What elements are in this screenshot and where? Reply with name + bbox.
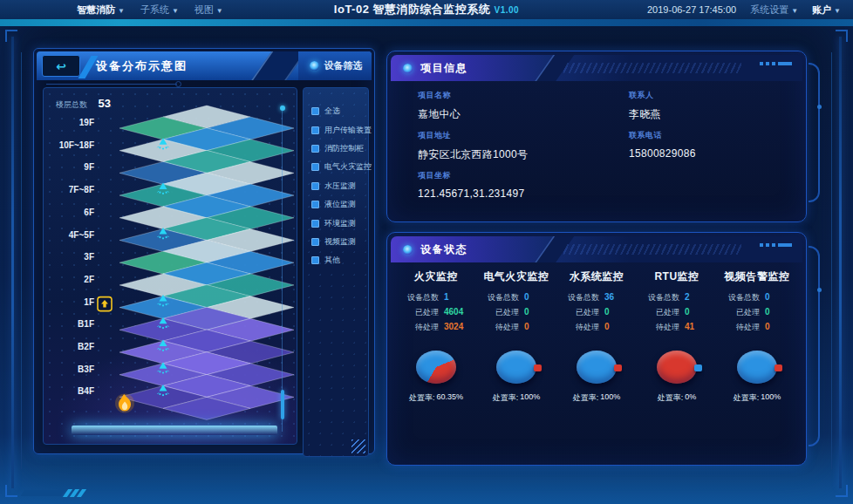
device-status-header: 设备状态: [391, 236, 802, 262]
chevron-down-icon: ▼: [791, 7, 798, 15]
building-scrollbar[interactable]: [282, 107, 283, 432]
corner-hatch-decoration: [351, 439, 365, 453]
checkbox-icon: [311, 182, 319, 190]
right-frame-line-inner: [831, 52, 832, 469]
panel-title: 设备状态: [420, 242, 467, 257]
top-bar: 智慧消防▼ 子系统▼ 视图▼ IoT-02 智慧消防综合监控系统V1.00 20…: [0, 0, 853, 19]
checkbox-icon: [311, 145, 319, 153]
filter-checkbox-fire-control-cabinet[interactable]: 消防控制柜: [311, 140, 368, 158]
datetime-label: 2019-06-27 17:45:00: [647, 4, 736, 15]
left-frame-line: [11, 37, 14, 488]
status-col-electrical-fire: 电气火灾监控 设备总数0 已处理0 待处理0 处置率:100%: [476, 269, 556, 404]
device-status-grid: 火灾监控 设备总数1 已处理4604 待处理3024 处置率:60.35% 电气…: [396, 269, 797, 404]
rate-value: 100%: [761, 392, 781, 404]
floor-label: B3F: [78, 364, 94, 374]
checkbox-icon: [311, 107, 319, 115]
status-col-video-alarm: 视频告警监控 设备总数0 已处理0 待处理0 处置率:100%: [717, 269, 797, 404]
filter-checkbox-other[interactable]: 其他: [311, 251, 368, 269]
status-col-rtu: RTU监控 设备总数2 已处理0 待处理41 处置率:0%: [637, 269, 717, 404]
device-filter-tab[interactable]: 设备筛选: [298, 51, 372, 80]
handled-value: 0: [685, 308, 711, 317]
total-value: 0: [524, 293, 550, 302]
floor-label: 1F: [84, 297, 94, 307]
nav-system-settings[interactable]: 系统设置▼: [750, 3, 798, 17]
device-filter-panel: 全选 用户传输装置 消防控制柜 电气火灾监控 水压监测 液位监测 环境监测 视频…: [303, 87, 369, 457]
floor-label: 9F: [84, 162, 94, 172]
disposal-rate-pie: [737, 351, 777, 384]
status-col-fire-monitoring: 火灾监控 设备总数1 已处理4604 待处理3024 处置率:60.35%: [396, 269, 476, 404]
back-icon: ↩: [56, 60, 66, 72]
left-frame-line-inner: [21, 52, 22, 469]
device-distribution-panel: ↩ 设备分布示意图 设备筛选 楼层总数 53 19F10F~18F9F7F~8F…: [33, 48, 375, 454]
scrollbar-thumb[interactable]: [281, 390, 284, 419]
checkbox-icon: [311, 238, 319, 246]
filter-checkbox-water-pressure[interactable]: 水压监测: [311, 177, 368, 195]
total-value: 36: [604, 293, 631, 302]
building-floor-stack: 19F10F~18F9F7F~8F6F4F~5F3F2F1FB1FB2FB3FB…: [44, 88, 297, 445]
frame-corner: [836, 485, 848, 497]
device-status-panel: 设备状态 火灾监控 设备总数1 已处理4604 待处理3024 处置率:60.3…: [386, 232, 807, 466]
glow-dot-icon: [310, 61, 319, 71]
panel-title: 设备分布示意图: [96, 51, 188, 80]
floor-label: B4F: [78, 386, 94, 396]
project-info-header: 项目信息: [391, 55, 802, 81]
dashboard-screen: 智慧消防▼ 子系统▼ 视图▼ IoT-02 智慧消防综合监控系统V1.00 20…: [0, 0, 853, 504]
top-right-menus: 2019-06-27 17:45:00 系统设置▼ 账户▼: [647, 3, 841, 17]
rate-value: 100%: [600, 392, 620, 404]
checkbox-icon: [311, 220, 319, 228]
filter-checkbox-user-transmission[interactable]: 用户传输装置: [311, 120, 368, 139]
header-accent-strip: [0, 19, 853, 26]
disposal-rate-pie: [577, 351, 617, 384]
field-contact-person: 联系人 李晓燕: [629, 90, 661, 122]
glow-dot-icon: [403, 64, 413, 73]
filter-checkbox-video[interactable]: 视频监测: [311, 233, 368, 251]
filter-checkbox-environment[interactable]: 环境监测: [311, 214, 368, 232]
checkbox-icon: [311, 126, 319, 134]
floor-label: 7F~8F: [69, 185, 94, 194]
rate-value: 0%: [685, 392, 696, 404]
filter-checkbox-all[interactable]: 全选: [311, 102, 368, 120]
pending-value: 41: [685, 323, 711, 331]
floor-label: 3F: [84, 252, 94, 262]
handled-value: 0: [765, 308, 791, 317]
circuit-line-decoration: [46, 84, 177, 85]
scrollbar-dot[interactable]: [280, 106, 285, 111]
panel-bracket-decoration: [809, 63, 820, 202]
header-dashes-decoration: [760, 243, 792, 247]
frame-corner: [5, 30, 17, 42]
pending-value: 0: [765, 323, 791, 331]
fire-icon: [115, 393, 134, 412]
header-dashes-decoration: [760, 62, 792, 65]
floor-label: 6F: [84, 208, 94, 217]
floor-label: B2F: [78, 342, 94, 351]
chevron-down-icon: ▼: [834, 7, 841, 15]
filter-checkbox-liquid-level[interactable]: 液位监测: [311, 195, 368, 214]
pending-value: 3024: [444, 323, 470, 331]
panel-title: 项目信息: [420, 61, 467, 76]
building-base-glow: [72, 426, 277, 435]
field-contact-phone: 联系电话 15800829086: [629, 130, 696, 160]
floor-label: 19F: [79, 118, 94, 127]
disposal-rate-pie: [496, 351, 536, 384]
back-button[interactable]: ↩: [42, 55, 80, 77]
total-value: 1: [444, 293, 470, 302]
rate-value: 60.35%: [436, 392, 463, 404]
nav-account[interactable]: 账户▼: [812, 3, 841, 17]
checkbox-icon: [311, 256, 319, 264]
filter-checkbox-electrical-fire[interactable]: 电气火灾监控: [311, 158, 368, 176]
checkbox-icon: [311, 163, 319, 171]
field-project-address: 项目地址 静安区北京西路1000号: [418, 130, 528, 162]
field-project-coordinates: 项目坐标 121.45671,31.231497: [418, 170, 524, 200]
right-frame-line: [839, 37, 842, 488]
glow-dot-icon: [403, 245, 413, 255]
pie-remainder-nub: [534, 364, 542, 371]
pie-remainder-nub: [694, 364, 702, 371]
panel-bracket-decoration: [809, 246, 820, 446]
total-value: 2: [685, 293, 711, 302]
pie-remainder-nub: [614, 364, 622, 371]
floor-label: 2F: [84, 275, 94, 284]
status-col-water-system: 水系统监控 设备总数36 已处理0 待处理0 处置率:100%: [556, 269, 637, 404]
floor-total-value: 53: [98, 97, 110, 110]
floor-label: 10F~18F: [59, 140, 94, 150]
checkbox-icon: [311, 201, 319, 208]
